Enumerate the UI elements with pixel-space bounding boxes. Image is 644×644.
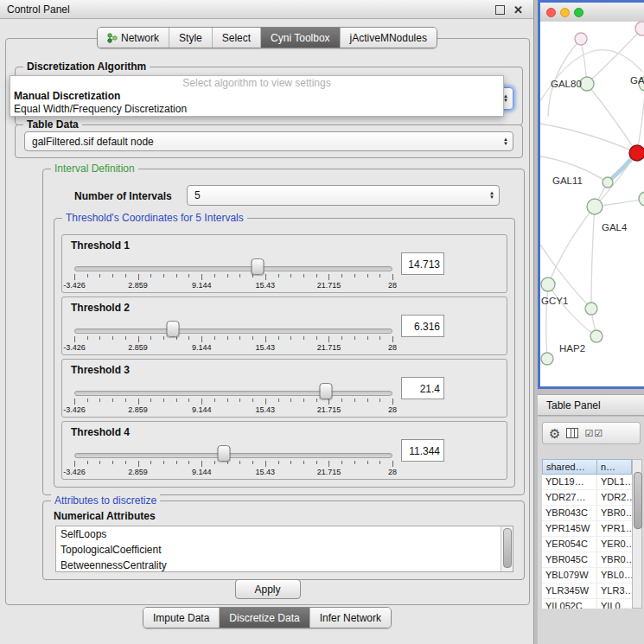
table-row[interactable]: YPR145WYPR1…: [542, 521, 632, 537]
cell-name: YDR2…: [597, 490, 632, 505]
columns-icon[interactable]: [566, 428, 578, 438]
network-node[interactable]: [575, 33, 587, 45]
close-icon[interactable]: ✕: [513, 4, 523, 16]
slider-ticks: [74, 461, 392, 468]
network-graph: GAL80GAGAL11GAL4GCY1HAP2: [540, 22, 644, 386]
tick-mark: [328, 274, 329, 280]
tab-network[interactable]: Network: [98, 28, 169, 48]
network-node[interactable]: [585, 303, 597, 315]
table-row[interactable]: YBR045CYBR0…: [542, 552, 632, 568]
network-node[interactable]: [635, 22, 644, 35]
table-row[interactable]: YIL052CYIL0…: [542, 599, 632, 609]
tick-mark: [214, 336, 215, 340]
apply-button[interactable]: Apply: [234, 579, 300, 599]
slider-thumb[interactable]: [252, 258, 265, 275]
network-edge[interactable]: [591, 207, 595, 309]
table-scrollbar-thumb[interactable]: [634, 472, 642, 529]
tick-mark: [316, 336, 317, 340]
network-node[interactable]: [580, 77, 594, 91]
tab-impute-data[interactable]: Impute Data: [143, 608, 219, 628]
cell-name: YLR3…: [597, 583, 632, 598]
slider-track[interactable]: [74, 266, 392, 271]
number-of-intervals-combo[interactable]: 5 ▲▼: [187, 185, 500, 206]
close-traffic-light-icon[interactable]: [546, 8, 556, 17]
tick-mark: [328, 336, 329, 342]
tick-mark: [328, 399, 329, 405]
popup-option-manual-discretization[interactable]: Manual Discretization: [10, 90, 503, 103]
table-rows: YDL19…YDL1…YDR27…YDR2…YBR043CYBR0…YPR145…: [542, 475, 632, 609]
table-row[interactable]: YBL079WYBL0…: [542, 568, 632, 583]
tick-label: 21.715: [317, 468, 341, 476]
tab-select[interactable]: Select: [212, 28, 260, 48]
network-edge[interactable]: [540, 50, 642, 101]
slider-tick-labels: -3.4262.8599.14415.4321.71528: [74, 468, 392, 476]
select-checkbox-icons[interactable]: ☑☑: [584, 428, 603, 439]
column-header-shared-name[interactable]: shared…: [542, 459, 597, 475]
list-item-selfloops[interactable]: SelfLoops: [56, 526, 513, 542]
list-scrollbar-thumb[interactable]: [503, 528, 512, 568]
tick-mark: [265, 274, 266, 280]
slider-track[interactable]: [74, 453, 392, 458]
column-header-name[interactable]: n…: [597, 459, 632, 475]
list-scrollbar[interactable]: [501, 526, 513, 571]
table-row[interactable]: YDR27…YDR2…: [542, 490, 632, 506]
tick-label: 28: [388, 405, 397, 414]
network-node[interactable]: [639, 192, 644, 206]
tick-mark: [379, 274, 380, 277]
network-node[interactable]: [590, 330, 603, 342]
tick-mark: [214, 399, 215, 402]
minimize-traffic-light-icon[interactable]: [560, 8, 570, 17]
number-of-intervals-label: Number of Intervals: [74, 190, 172, 202]
threshold-3-value[interactable]: 21.4: [401, 377, 444, 399]
tick-mark: [341, 336, 342, 340]
network-edge[interactable]: [637, 84, 644, 153]
network-canvas[interactable]: GAL80GAGAL11GAL4GCY1HAP2: [540, 22, 644, 386]
popup-option-equal-width-frequency-discretization[interactable]: Equal Width/Frequency Discretization: [10, 103, 503, 116]
threshold-2-value[interactable]: 6.316: [401, 315, 444, 337]
list-item-betweennesscentrality[interactable]: BetweennessCentrality: [56, 558, 513, 572]
list-item-topologicalcoefficient[interactable]: TopologicalCoefficient: [56, 542, 513, 558]
tick-mark: [392, 336, 393, 342]
tab-cyni-toolbox[interactable]: Cyni Toolbox: [260, 28, 339, 48]
threshold-4-value[interactable]: 11.344: [401, 439, 444, 462]
threshold-1-value[interactable]: 14.713: [401, 252, 444, 275]
table-row[interactable]: YBR043CYBR0…: [542, 506, 632, 521]
table-row[interactable]: YDL19…YDL1…: [542, 475, 632, 490]
cell-shared-name: YIL052C: [542, 599, 597, 609]
network-node[interactable]: [587, 199, 603, 214]
tick-mark: [74, 274, 75, 280]
table-row[interactable]: YER054CYER0…: [542, 537, 632, 552]
window-titlebar: Control Panel ✕: [0, 0, 533, 19]
tab-infer-network[interactable]: Infer Network: [309, 608, 391, 628]
network-edge[interactable]: [540, 124, 637, 153]
attributes-list[interactable]: SelfLoopsTopologicalCoefficientBetweenne…: [55, 526, 513, 572]
network-node[interactable]: [603, 177, 613, 188]
tick-mark: [99, 461, 100, 464]
network-edge[interactable]: [548, 207, 595, 284]
cell-shared-name: YER054C: [542, 537, 597, 552]
network-edge[interactable]: [548, 39, 581, 117]
table-scrollbar[interactable]: [632, 459, 642, 609]
slider-thumb[interactable]: [217, 445, 230, 462]
tab-style[interactable]: Style: [169, 28, 212, 48]
slider-track[interactable]: [74, 328, 392, 334]
table-row[interactable]: YLR345WYLR3…: [542, 583, 632, 599]
tick-label: 2.859: [128, 343, 148, 352]
gear-icon[interactable]: ⚙: [549, 427, 560, 440]
tick-mark: [354, 399, 355, 402]
tick-mark: [367, 274, 368, 277]
cell-name: YDL1…: [597, 475, 632, 489]
tab-jactivemnodules[interactable]: jActiveMNodules: [340, 28, 437, 48]
slider-thumb[interactable]: [319, 383, 332, 399]
network-node[interactable]: [541, 353, 553, 365]
table-data-combo[interactable]: galFiltered.sif default node ▲▼: [24, 131, 513, 151]
network-node[interactable]: [629, 145, 644, 161]
float-icon[interactable]: [495, 5, 505, 15]
slider-thumb[interactable]: [167, 321, 180, 337]
slider-track[interactable]: [74, 391, 392, 396]
tab-discretize-data[interactable]: Discretize Data: [219, 608, 309, 628]
tick-label: 9.144: [192, 405, 212, 414]
network-node[interactable]: [541, 277, 555, 291]
control-panel-window: Control Panel ✕ NetworkStyleSelectCyni T…: [0, 0, 534, 644]
zoom-traffic-light-icon[interactable]: [574, 8, 583, 17]
